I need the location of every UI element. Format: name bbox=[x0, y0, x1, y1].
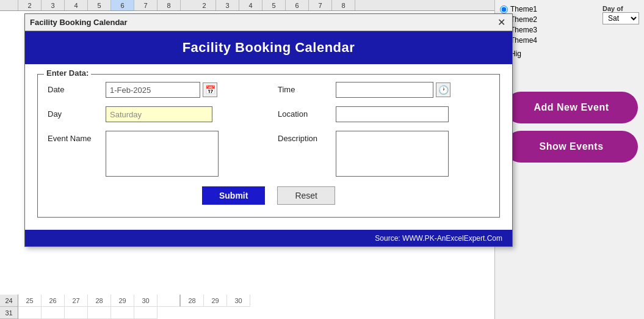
col-2b: 2 bbox=[193, 0, 216, 10]
footer-text: Source: WWW.PK-AnExcelExpert.Com bbox=[375, 234, 502, 243]
dialog-titlebar: Facility Booking Calendar ✕ bbox=[25, 14, 512, 31]
event-name-row: Event Name bbox=[48, 131, 259, 177]
theme-section: Theme1 Theme2 Theme3 Theme4 Day of bbox=[500, 5, 639, 58]
col-8b: 8 bbox=[332, 0, 355, 10]
submit-button[interactable]: Submit bbox=[202, 186, 265, 205]
col-5b: 5 bbox=[262, 0, 286, 10]
col-4a: 4 bbox=[65, 0, 88, 10]
add-new-event-button[interactable]: Add New Event bbox=[505, 92, 638, 123]
theme4-label: Theme4 bbox=[510, 36, 537, 45]
dialog-body: Enter Data: Date 📅 Time 🕐 bbox=[25, 64, 512, 230]
col-headers: 2 3 4 5 6 7 8 2 3 4 5 6 7 8 bbox=[0, 0, 494, 11]
form-grid: Date 📅 Time 🕐 Day bbox=[48, 82, 490, 177]
date-input-group: 📅 bbox=[106, 82, 217, 98]
fieldset-legend: Enter Data: bbox=[44, 68, 91, 78]
col-7b: 7 bbox=[309, 0, 332, 10]
form-buttons: Submit Reset bbox=[48, 186, 490, 205]
dialog-close-button[interactable]: ✕ bbox=[495, 16, 507, 29]
col-5a: 5 bbox=[88, 0, 111, 10]
theme1-option[interactable]: Theme1 bbox=[500, 5, 537, 13]
highlight-row: Hig bbox=[500, 50, 639, 58]
col-3a: 3 bbox=[42, 0, 65, 10]
day-of-week-label: Day of bbox=[602, 5, 639, 12]
day-of-week-dropdown[interactable]: Sat Sun Mon bbox=[602, 12, 639, 24]
enter-data-fieldset: Enter Data: Date 📅 Time 🕐 bbox=[37, 74, 500, 218]
day-row: Day bbox=[48, 106, 259, 122]
calendar-icon[interactable]: 📅 bbox=[203, 82, 217, 97]
time-input[interactable] bbox=[336, 82, 433, 98]
event-name-label: Event Name bbox=[48, 131, 99, 147]
location-input[interactable] bbox=[336, 106, 449, 122]
dialog-title: Facility Booking Calendar bbox=[30, 18, 128, 27]
date-row: Date 📅 bbox=[48, 82, 259, 98]
location-label: Location bbox=[278, 106, 330, 122]
show-events-button[interactable]: Show Events bbox=[505, 131, 638, 163]
day-input[interactable] bbox=[106, 106, 212, 122]
reset-button[interactable]: Reset bbox=[277, 186, 335, 205]
clock-icon[interactable]: 🕐 bbox=[436, 82, 450, 97]
dialog-header-title: Facility Booking Calendar bbox=[34, 40, 504, 56]
col-4b: 4 bbox=[239, 0, 262, 10]
date-label: Date bbox=[48, 82, 99, 98]
theme1-radio[interactable] bbox=[500, 6, 508, 13]
date-input[interactable] bbox=[106, 82, 200, 98]
col-6b: 6 bbox=[286, 0, 309, 10]
time-row: Time 🕐 bbox=[278, 82, 490, 98]
description-row: Description bbox=[278, 131, 490, 177]
theme3-label: Theme3 bbox=[510, 26, 537, 34]
description-label: Description bbox=[278, 131, 330, 147]
col-8a: 8 bbox=[157, 0, 181, 10]
facility-booking-dialog: Facility Booking Calendar ✕ Facility Boo… bbox=[24, 13, 513, 247]
day-label: Day bbox=[48, 106, 99, 122]
col-7a: 7 bbox=[134, 0, 157, 10]
col-2a: 2 bbox=[18, 0, 42, 10]
col-3b: 3 bbox=[216, 0, 239, 10]
location-row: Location bbox=[278, 106, 490, 122]
theme1-label: Theme1 bbox=[510, 5, 537, 13]
action-buttons: Add New Event Show Events bbox=[505, 92, 638, 163]
time-label: Time bbox=[278, 82, 330, 98]
time-input-group: 🕐 bbox=[336, 82, 450, 98]
dialog-footer: Source: WWW.PK-AnExcelExpert.Com bbox=[25, 230, 512, 246]
col-6a: 6 bbox=[111, 0, 134, 10]
description-input[interactable] bbox=[336, 131, 449, 177]
bottom-rows: 24 25 26 27 28 29 30 28 29 30 31 bbox=[0, 295, 494, 319]
event-name-input[interactable] bbox=[106, 131, 219, 177]
theme2-label: Theme2 bbox=[510, 15, 537, 24]
dialog-header-bar: Facility Booking Calendar bbox=[25, 31, 512, 64]
